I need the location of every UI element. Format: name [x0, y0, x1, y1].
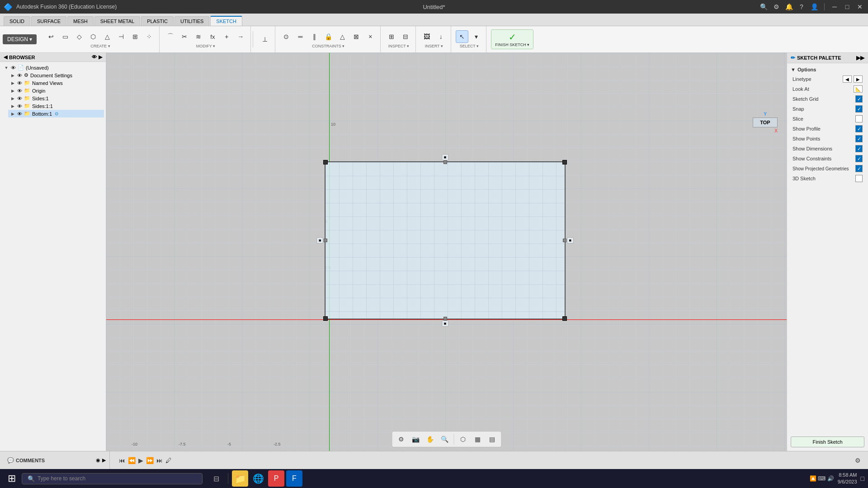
finish-sketch-palette-button[interactable]: Finish Sketch [791, 436, 864, 447]
tab-plastic[interactable]: PLASTIC [141, 16, 174, 26]
insert-image-tool[interactable]: 🖼 [420, 30, 433, 43]
expand-origin[interactable]: ▶ [10, 88, 15, 94]
symmetric-tool[interactable]: ⊠ [350, 30, 363, 43]
eye-icon-doc[interactable]: 👁 [17, 73, 22, 78]
search-icon[interactable]: 🔍 [759, 3, 768, 10]
insert-arrow-tool[interactable]: ↓ [434, 30, 447, 43]
handle-bottom-right[interactable] [562, 316, 567, 321]
pattern-tool[interactable]: ⊞ [129, 30, 142, 43]
lock-tool[interactable]: 🔒 [322, 30, 335, 43]
trim-tool[interactable]: ✂ [178, 30, 191, 43]
diamond-tool[interactable]: ◇ [73, 30, 85, 43]
expand-bottom1[interactable]: ▶ [10, 111, 15, 117]
slot-tool[interactable]: ⊣ [115, 30, 127, 43]
handle-mid-right[interactable] [563, 239, 566, 242]
expand-sides-l1[interactable]: ▶ [10, 103, 15, 109]
nav-cube[interactable]: Y TOP X [753, 112, 778, 133]
notification-center-icon[interactable]: □ [861, 475, 864, 482]
bottom-display-btn[interactable]: ⬡ [457, 433, 469, 446]
sketch-rectangle[interactable]: ■ ■ ■ ■ [325, 161, 566, 319]
tree-item-doc-settings[interactable]: ▶ 👁 ⚙ Document Settings [8, 71, 104, 79]
tree-item-named-views[interactable]: ▶ 👁 📁 Named Views [8, 79, 104, 87]
eye-icon-sides-l1[interactable]: 👁 [17, 103, 22, 109]
coincident-tool[interactable]: ⊙ [280, 30, 292, 43]
show-points-checkbox[interactable]: ✓ [855, 135, 863, 142]
tab-sketch[interactable]: SKETCH [210, 16, 242, 26]
minimize-button[interactable]: ─ [830, 3, 839, 10]
timeline-icon[interactable]: 🖊 [165, 457, 172, 464]
bottom-snap-btn[interactable]: ▤ [486, 433, 498, 446]
look-at-btn[interactable]: 📐 [854, 85, 863, 93]
close-button[interactable]: ✕ [855, 3, 864, 10]
collinear-tool[interactable]: ═ [294, 30, 307, 43]
play-btn[interactable]: ▶ [138, 457, 143, 464]
handle-bottom-left[interactable] [323, 316, 328, 321]
show-dimensions-checkbox[interactable]: ✓ [855, 145, 863, 152]
task-view-btn[interactable]: ⊟ [208, 470, 224, 487]
bottom-pan-btn[interactable]: ✋ [424, 433, 436, 446]
browser-collapse-icon[interactable]: ◀ [4, 54, 7, 60]
bottom-grid-btn[interactable]: ▦ [471, 433, 484, 446]
tree-item-root[interactable]: ▼ 👁 📄 (Unsaved) [2, 64, 104, 71]
play-prev-btn[interactable]: ⏪ [128, 457, 136, 464]
offset-tool[interactable]: ≋ [192, 30, 205, 43]
tab-mesh[interactable]: MESH [67, 16, 94, 26]
tree-item-sides1[interactable]: ▶ 👁 📁 Sides:1 [8, 94, 104, 102]
eye-icon-named[interactable]: 👁 [17, 80, 22, 86]
midpoint-tool[interactable]: × [364, 30, 377, 43]
snap-checkbox[interactable]: ✓ [855, 105, 863, 113]
triangle-tool[interactable]: △ [101, 30, 113, 43]
sketch-grid-checkbox[interactable]: ✓ [855, 95, 863, 103]
start-button[interactable]: ⊞ [4, 470, 20, 487]
finish-sketch-button[interactable]: ✓ FINISH SKETCH ▾ [491, 29, 533, 49]
perpendicular-tool[interactable]: ⊥ [259, 33, 271, 46]
linetype-controls[interactable]: ◀ ▶ [843, 75, 863, 83]
handle-mid-top[interactable] [443, 160, 447, 164]
equal-tool[interactable]: △ [336, 30, 349, 43]
rectangle-tool[interactable]: ▭ [59, 30, 71, 43]
tab-sheet-metal[interactable]: SHEET METAL [94, 16, 140, 26]
settings-timeline-icon[interactable]: ⚙ [855, 457, 861, 464]
browser-expand-icon[interactable]: ▶ [99, 54, 102, 60]
expand-root[interactable]: ▼ [4, 65, 9, 70]
eye-icon-root[interactable]: 👁 [11, 65, 16, 70]
slice-checkbox[interactable] [855, 115, 863, 122]
handle-mid-bottom[interactable] [443, 317, 447, 320]
show-profile-checkbox[interactable]: ✓ [855, 125, 863, 132]
design-button[interactable]: DESIGN ▾ [3, 34, 37, 44]
bottom-settings-btn[interactable]: ⚙ [395, 433, 407, 446]
expand-sides1[interactable]: ▶ [10, 96, 15, 101]
file-explorer-btn[interactable]: 📁 [232, 470, 248, 487]
eye-icon-bottom1[interactable]: 👁 [17, 111, 22, 117]
settings-icon[interactable]: ⚙ [772, 3, 781, 10]
linetype-next-btn[interactable]: ▶ [854, 75, 863, 83]
app5-btn[interactable]: F [286, 470, 302, 487]
eye-icon-sides1[interactable]: 👁 [17, 96, 22, 101]
tree-item-origin[interactable]: ▶ 👁 📁 Origin [8, 87, 104, 94]
select-tool[interactable]: ↖ [456, 30, 468, 43]
bottom-camera-btn[interactable]: 📷 [409, 433, 422, 446]
points-tool[interactable]: ⁘ [143, 30, 156, 43]
tab-solid[interactable]: SOLID [4, 16, 30, 26]
parallel-tool[interactable]: ∥ [308, 30, 321, 43]
notification-icon[interactable]: 🔔 [784, 3, 793, 10]
arrow-tool[interactable]: → [234, 30, 247, 43]
expand-doc[interactable]: ▶ [10, 73, 15, 78]
expand-named[interactable]: ▶ [10, 80, 15, 86]
line-tool[interactable]: ↩ [45, 30, 57, 43]
tab-surface[interactable]: SURFACE [31, 16, 66, 26]
comments-expand-icon[interactable]: ▶ [102, 457, 106, 463]
3d-sketch-checkbox[interactable] [855, 175, 863, 182]
show-constraints-checkbox[interactable]: ✓ [855, 155, 863, 162]
comments-collapse-icon[interactable]: ◉ [96, 457, 100, 463]
chrome-btn[interactable]: 🌐 [250, 470, 266, 487]
linetype-prev-btn[interactable]: ◀ [843, 75, 852, 83]
maximize-button[interactable]: □ [843, 3, 852, 10]
measure-tool[interactable]: ⊞ [385, 30, 398, 43]
tree-item-sides-l1[interactable]: ▶ 👁 📁 Sides:1:1 [8, 102, 104, 110]
help-icon[interactable]: ? [797, 3, 806, 10]
tree-item-bottom1[interactable]: ▶ 👁 📁 Bottom:1 ⊙ [8, 110, 104, 117]
tab-utilities[interactable]: UTILITIES [175, 16, 209, 26]
handle-top-right[interactable] [562, 160, 567, 164]
canvas-area[interactable]: 10 5 2.5 -10 -7.5 -5 -2.5 ■ ■ ■ ■ [106, 53, 787, 451]
